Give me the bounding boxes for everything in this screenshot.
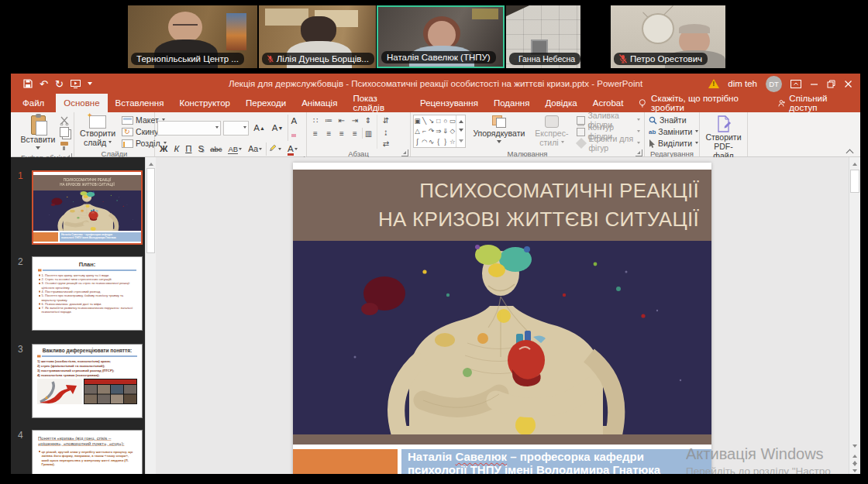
- shape-icon[interactable]: ▭: [449, 115, 456, 126]
- shape-icon[interactable]: }: [442, 136, 449, 147]
- grow-font-button[interactable]: А▲: [251, 122, 267, 135]
- change-case-button[interactable]: Аа: [246, 142, 264, 156]
- align-right-button[interactable]: ≡: [336, 128, 348, 139]
- shape-icon[interactable]: ⌐: [421, 126, 428, 137]
- shapes-scroll[interactable]: [456, 115, 465, 147]
- clear-formatting-button[interactable]: А: [288, 115, 304, 141]
- restore-icon[interactable]: [827, 80, 835, 88]
- replace-button[interactable]: ab Замінити: [647, 126, 700, 137]
- tab-acrobat[interactable]: Acrobat: [585, 94, 632, 112]
- scroll-up-icon[interactable]: [849, 160, 860, 166]
- participant-tile-2[interactable]: Лілія Дунець Борщів...: [259, 5, 376, 68]
- start-slideshow-icon[interactable]: [71, 80, 81, 88]
- italic-button[interactable]: К: [171, 142, 181, 156]
- columns-button[interactable]: ▥: [362, 128, 374, 139]
- slide-thumbnail-1[interactable]: ПСИХОСОМАТИЧНІ РЕАКЦІЇ НА КРИЗОВІ ЖИТТЄВ…: [32, 170, 143, 245]
- shape-icon[interactable]: △: [414, 126, 421, 137]
- text-direction-button[interactable]: ⇵: [380, 115, 392, 125]
- slide-image[interactable]: [293, 241, 711, 434]
- tab-help[interactable]: Довідка: [537, 94, 584, 112]
- font-size-combo[interactable]: [223, 121, 250, 136]
- shape-icon[interactable]: ⇓: [442, 126, 449, 137]
- thumbnail-scrollbar[interactable]: [145, 157, 156, 474]
- font-name-combo[interactable]: [157, 121, 221, 136]
- avatar[interactable]: DT: [766, 76, 782, 92]
- shape-icon[interactable]: ☆: [449, 136, 456, 147]
- create-pdf-button[interactable]: Створити PDF-файл: [702, 115, 745, 161]
- tab-home[interactable]: Основне: [56, 94, 107, 112]
- undo-icon[interactable]: ↶: [40, 79, 48, 89]
- shape-effects-button[interactable]: Ефекти для фігур: [575, 138, 642, 149]
- minimize-icon[interactable]: [810, 80, 818, 88]
- drawing-dialog-launcher[interactable]: [636, 149, 642, 156]
- participant-tile-3[interactable]: Наталія Савелюк (ТНПУ): [377, 5, 505, 68]
- format-painter-icon[interactable]: [60, 141, 69, 150]
- tab-file[interactable]: Файл: [11, 94, 56, 112]
- shapes-gallery[interactable]: ▣╲↘□○▭ △⌐↷⇒⇓◇ ʃ◠∿{}☆: [413, 115, 466, 148]
- slide-thumbnail-4[interactable]: Поняття «криза» (від грец. crisis – «ріш…: [32, 430, 143, 474]
- close-icon[interactable]: [844, 80, 852, 88]
- current-slide[interactable]: ПСИХОСОМАТИЧНІ РЕАКЦІЇ НА КРИЗОВІ ЖИТТЄВ…: [293, 163, 711, 474]
- bold-button[interactable]: Ж: [157, 142, 170, 156]
- shape-icon[interactable]: ↘: [428, 115, 435, 126]
- slide-orange-block[interactable]: [293, 449, 398, 474]
- bullets-button[interactable]: ∷: [309, 115, 322, 125]
- shape-icon[interactable]: ╲: [421, 115, 428, 126]
- cut-icon[interactable]: [60, 116, 69, 125]
- shape-icon[interactable]: ◇: [449, 126, 456, 137]
- smartart-convert-button[interactable]: ⇄: [380, 138, 392, 149]
- slide-thumbnail-2[interactable]: План: 1. Поняття про кризу, життєву криз…: [32, 256, 143, 331]
- text-shadow-button[interactable]: S: [195, 142, 206, 156]
- shape-icon[interactable]: □: [435, 115, 442, 126]
- text-highlight-button[interactable]: [266, 142, 284, 156]
- thumbnail-scroll-up-icon[interactable]: [146, 160, 156, 166]
- shape-icon[interactable]: ◠: [421, 136, 428, 147]
- tell-me-box[interactable]: Скажіть, що потрібно зробити: [631, 94, 766, 112]
- save-icon[interactable]: [23, 79, 33, 88]
- justify-button[interactable]: ≡: [349, 128, 361, 139]
- thumbnail-scrollbar-thumb[interactable]: [146, 168, 155, 253]
- paragraph-dialog-launcher[interactable]: [401, 149, 408, 156]
- slide-thumbnail-3[interactable]: Важливо диференціювати поняття: 1) життє…: [32, 344, 143, 418]
- warning-icon[interactable]: [708, 79, 719, 88]
- customize-qat-icon[interactable]: [88, 82, 92, 88]
- font-color-button[interactable]: А: [285, 142, 300, 156]
- participant-tile-4[interactable]: Ганна Небесна: [506, 5, 580, 68]
- underline-button[interactable]: П: [183, 142, 194, 156]
- shape-icon[interactable]: ʃ: [414, 136, 421, 147]
- tab-design[interactable]: Конструктор: [171, 94, 238, 112]
- find-button[interactable]: Знайти: [647, 115, 688, 125]
- paste-button[interactable]: Вставити: [18, 115, 59, 153]
- scroll-down-icon[interactable]: [850, 442, 859, 452]
- slide-title-placeholder[interactable]: ПСИХОСОМАТИЧНІ РЕАКЦІЇ НА КРИЗОВІ ЖИТТЄВ…: [293, 170, 711, 241]
- shape-icon[interactable]: ∿: [428, 136, 435, 147]
- slide-author-banner[interactable]: Наталія Савелюк – професорка кафедри пси…: [401, 449, 711, 474]
- character-spacing-button[interactable]: АВ: [226, 142, 244, 156]
- new-slide-button[interactable]: Створити слайд: [77, 115, 119, 148]
- select-button[interactable]: Виділити: [647, 138, 700, 149]
- redo-icon[interactable]: ↻: [55, 79, 64, 89]
- participant-tile-5[interactable]: Петро Орестович: [611, 5, 725, 68]
- shape-icon[interactable]: ○: [442, 115, 449, 126]
- align-text-button[interactable]: ↨: [380, 126, 392, 137]
- tab-transitions[interactable]: Переходи: [238, 94, 294, 112]
- previous-slide-button[interactable]: [850, 453, 859, 463]
- shape-icon[interactable]: {: [435, 136, 442, 147]
- arrange-button[interactable]: Упорядкувати: [470, 115, 528, 146]
- tab-slideshow[interactable]: Показ слайдів: [345, 94, 412, 112]
- collapse-ribbon-icon[interactable]: [847, 149, 854, 153]
- tab-view[interactable]: Подання: [486, 94, 537, 112]
- quick-styles-button[interactable]: Експрес- стилі: [532, 115, 571, 148]
- tab-review[interactable]: Рецензування: [412, 94, 486, 112]
- ribbon-display-options-icon[interactable]: [790, 80, 801, 88]
- shape-icon[interactable]: ↷: [428, 126, 435, 137]
- increase-indent-button[interactable]: ⇥: [349, 115, 361, 125]
- shape-icon[interactable]: ⇒: [435, 126, 442, 137]
- tab-animations[interactable]: Анімація: [294, 94, 345, 112]
- account-name[interactable]: dim teh: [728, 79, 757, 88]
- numbering-button[interactable]: ≔: [322, 115, 335, 125]
- decrease-indent-button[interactable]: ⇤: [336, 115, 348, 125]
- next-slide-button[interactable]: [850, 464, 859, 474]
- editing-canvas[interactable]: ПСИХОСОМАТИЧНІ РЕАКЦІЇ НА КРИЗОВІ ЖИТТЄВ…: [156, 157, 849, 474]
- share-button[interactable]: Спільний доступ: [767, 94, 860, 112]
